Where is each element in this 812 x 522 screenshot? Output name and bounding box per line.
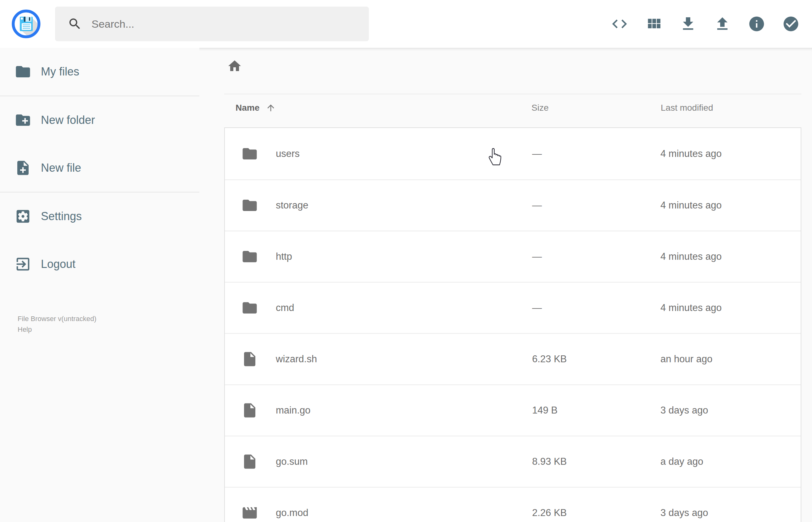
file-size: 149 B [532,405,557,416]
sidebar-item-settings[interactable]: Settings [0,193,199,240]
file-name: storage [276,200,308,211]
check-circle-icon [782,15,800,33]
listing-column-headers: Name Size Last modified [224,97,801,119]
breadcrumb-divider [224,94,801,94]
upload-button[interactable] [714,15,731,33]
upload-icon [714,15,731,33]
file-name: go.sum [276,456,308,467]
file-name: go.mod [276,507,308,519]
file-size: — [532,200,542,211]
file-row[interactable]: users — 4 minutes ago [225,128,801,179]
floppy-disk-logo-icon [11,8,42,40]
file-size: — [532,148,542,159]
column-header-size[interactable]: Size [531,103,548,113]
file-size: — [532,251,542,262]
file-row[interactable]: main.go 149 B 3 days ago [225,384,801,436]
file-row[interactable]: go.mod 2.26 KB 3 days ago [225,487,801,522]
file-icon [241,350,258,367]
help-link[interactable]: Help [18,324,97,335]
grid-view-icon [645,15,663,33]
file-modified: 4 minutes ago [661,148,722,159]
sidebar-item-logout[interactable]: Logout [0,240,199,288]
file-modified: 3 days ago [661,507,708,519]
logout-icon [15,256,32,273]
info-icon [748,15,766,33]
folder-icon [241,197,258,214]
download-icon [679,15,697,33]
sidebar-item-my-files[interactable]: My files [0,48,199,96]
sidebar-item-new-folder[interactable]: New folder [0,96,199,144]
sidebar-item-label: My files [41,65,79,78]
sidebar-item-label: New file [41,161,81,175]
file-row[interactable]: storage — 4 minutes ago [225,179,801,230]
file-name: main.go [276,405,310,416]
file-size: 8.93 KB [532,456,567,467]
folder-icon [241,145,258,162]
download-button[interactable] [679,15,697,33]
app-logo[interactable] [11,8,42,40]
sidebar-item-label: Logout [41,258,76,271]
sidebar: My files New folder New file Settings Lo… [0,48,199,522]
main-content: Name Size Last modified users — 4 minute… [199,48,812,522]
info-button[interactable] [748,15,766,33]
movie-icon [241,504,258,521]
sort-ascending-icon [266,103,276,113]
app-version-text: File Browser v(untracked) [18,314,97,324]
file-modified: 4 minutes ago [661,251,722,262]
top-bar [0,0,812,48]
file-modified: 3 days ago [661,405,708,416]
file-icon [241,402,258,419]
folder-icon [15,63,32,80]
settings-icon [15,208,32,225]
new-file-icon [15,159,32,176]
file-size: 2.26 KB [532,507,567,519]
file-name: users [276,148,300,159]
file-modified: an hour ago [661,354,712,365]
file-name: wizard.sh [276,354,317,365]
grid-view-button[interactable] [645,15,663,33]
select-multiple-button[interactable] [782,15,800,33]
file-row[interactable]: go.sum 8.93 KB a day ago [225,436,801,487]
folder-icon [241,299,258,316]
filebrowser-app: My files New folder New file Settings Lo… [0,0,812,522]
file-name: http [276,251,292,262]
code-icon [611,15,628,33]
file-size: 6.23 KB [532,354,567,365]
sidebar-footer: File Browser v(untracked) Help [18,314,97,335]
file-size: — [532,302,542,314]
file-row[interactable]: http — 4 minutes ago [225,230,801,282]
file-icon [241,453,258,470]
search-bar[interactable] [55,6,369,41]
sidebar-item-label: New folder [41,114,95,127]
sidebar-item-label: Settings [41,210,82,223]
breadcrumb-home-button[interactable] [227,59,242,74]
search-input[interactable] [92,18,356,30]
folder-icon [241,248,258,265]
raw-code-view-button[interactable] [611,15,628,33]
new-folder-icon [15,112,32,128]
file-modified: a day ago [661,456,703,467]
file-row[interactable]: cmd — 4 minutes ago [225,282,801,333]
file-row[interactable]: wizard.sh 6.23 KB an hour ago [225,333,801,384]
search-icon [68,17,82,31]
column-header-name[interactable]: Name [236,103,276,113]
home-icon [227,59,242,74]
file-list: users — 4 minutes ago storage — 4 minute… [224,127,801,522]
file-modified: 4 minutes ago [661,302,722,314]
file-modified: 4 minutes ago [661,200,722,211]
header-actions [611,0,800,48]
column-header-modified[interactable]: Last modified [661,103,713,113]
sidebar-item-new-file[interactable]: New file [0,144,199,192]
file-name: cmd [276,302,295,314]
